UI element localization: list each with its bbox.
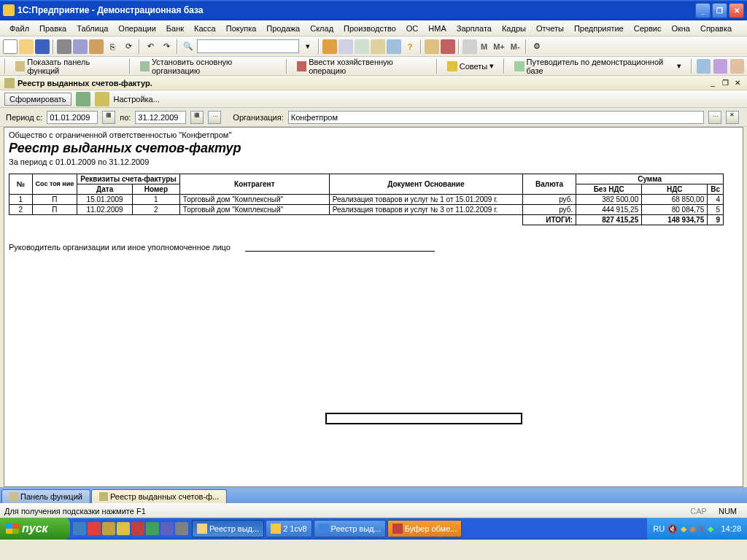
app-icon: [3, 4, 15, 16]
menu-nma[interactable]: НМА: [423, 23, 451, 34]
tool-icon-3[interactable]: [355, 39, 369, 54]
totals-row: ИТОГИ:827 415,25148 934,759: [9, 215, 724, 225]
save-icon[interactable]: [35, 39, 50, 54]
tips-button[interactable]: Советы▾: [442, 59, 499, 74]
menu-warehouse[interactable]: Склад: [305, 23, 338, 34]
period-from-input[interactable]: [47, 111, 98, 124]
settings-icon[interactable]: ⚙: [530, 39, 544, 54]
grid-icon[interactable]: [462, 39, 477, 54]
table-row[interactable]: 2П11.02.20092Торговый дом "Комплексный"Р…: [9, 205, 724, 215]
m-button[interactable]: M: [479, 39, 489, 54]
m-minus-button[interactable]: M-: [508, 39, 522, 54]
paste-icon[interactable]: [89, 39, 104, 54]
ql-icon-8[interactable]: [175, 522, 188, 535]
window-title: 1С:Предприятие - Демонстрационная база: [18, 5, 694, 15]
ql-icon-1[interactable]: [73, 522, 86, 535]
doc-tool-icon-2[interactable]: [95, 92, 109, 106]
menu-enterprise[interactable]: Предприятие: [569, 23, 629, 34]
menu-bank[interactable]: Банк: [161, 23, 189, 34]
task-item-1[interactable]: Реестр выд...: [192, 520, 264, 537]
menu-hr[interactable]: Кадры: [497, 23, 531, 34]
menu-reports[interactable]: Отчеты: [531, 23, 569, 34]
selected-cell[interactable]: [325, 413, 522, 424]
report-area[interactable]: Общество с ограниченной ответственностью…: [4, 127, 743, 487]
doc-minimize-button[interactable]: _: [708, 78, 718, 88]
menu-help[interactable]: Справка: [695, 23, 737, 34]
guide-button[interactable]: Путеводитель по демонстрационной базе▾: [509, 55, 686, 77]
ql-icon-5[interactable]: [131, 522, 144, 535]
tray-icon-3[interactable]: ◉: [689, 524, 697, 534]
enter-operation-button[interactable]: Ввести хозяйственную операцию: [292, 55, 432, 77]
period-to-calendar-icon[interactable]: ▦: [190, 111, 204, 124]
ql-icon-4[interactable]: [117, 522, 130, 535]
org-select-button[interactable]: …: [708, 111, 721, 124]
tab-document[interactable]: Реестр выданных счетов-ф...: [91, 489, 227, 503]
table-row[interactable]: 1П15.01.20091Торговый дом "Комплексный"Р…: [9, 195, 724, 205]
ql-icon-3[interactable]: [102, 522, 115, 535]
show-panel-button[interactable]: Показать панель функций: [10, 55, 125, 77]
tab-panel[interactable]: Панель функций: [1, 489, 90, 503]
refresh-icon[interactable]: ⟳: [121, 39, 136, 54]
cut-icon[interactable]: [57, 39, 71, 54]
undo-icon[interactable]: ↶: [143, 39, 158, 54]
period-to-input[interactable]: [135, 111, 186, 124]
tool-icon-1[interactable]: [322, 39, 337, 54]
maximize-button[interactable]: ❐: [712, 3, 727, 18]
task-item-2[interactable]: 2 1cv8: [266, 520, 311, 537]
doc-close-button[interactable]: ✕: [732, 78, 743, 88]
doc-restore-button[interactable]: ❐: [720, 78, 730, 88]
close-button[interactable]: ✕: [729, 3, 744, 18]
clone-icon[interactable]: ⎘: [105, 39, 120, 54]
form-button[interactable]: Сформировать: [4, 93, 71, 106]
search-input[interactable]: [197, 39, 299, 53]
copy-icon[interactable]: [73, 39, 88, 54]
org-clear-button[interactable]: ✕: [726, 111, 739, 124]
period-from-calendar-icon[interactable]: ▦: [102, 111, 115, 124]
start-button[interactable]: пуск: [0, 518, 70, 540]
search-icon[interactable]: 🔍: [181, 39, 196, 54]
nav-icon-2[interactable]: [713, 59, 727, 74]
tray-icon-2[interactable]: ◆: [681, 524, 686, 534]
clock[interactable]: 14:28: [721, 524, 741, 533]
menu-salary[interactable]: Зарплата: [452, 23, 497, 34]
ql-icon-7[interactable]: [160, 522, 174, 535]
open-icon[interactable]: [19, 39, 34, 54]
menu-os[interactable]: ОС: [401, 23, 424, 34]
tool-icon-5[interactable]: [387, 39, 401, 54]
set-org-button[interactable]: Установить основную организацию: [135, 55, 282, 77]
ql-icon-2[interactable]: [88, 522, 101, 535]
menu-service[interactable]: Сервис: [629, 23, 667, 34]
calendar-icon[interactable]: [441, 39, 455, 54]
tray-icon-1[interactable]: 🔇: [667, 524, 678, 534]
menu-sale[interactable]: Продажа: [261, 23, 305, 34]
menu-table[interactable]: Таблица: [71, 23, 113, 34]
menu-file[interactable]: Файл: [4, 23, 34, 34]
menu-cash[interactable]: Касса: [189, 23, 221, 34]
calc-icon[interactable]: [425, 39, 439, 54]
menu-purchase[interactable]: Покупка: [221, 23, 262, 34]
task-item-3[interactable]: Реестр выд...: [314, 520, 386, 537]
menu-production[interactable]: Производство: [338, 23, 401, 34]
menu-operations[interactable]: Операции: [113, 23, 160, 34]
minimize-button[interactable]: _: [695, 3, 711, 18]
tray-icon-4[interactable]: K: [700, 524, 705, 533]
nav-icon-3[interactable]: [730, 59, 744, 74]
redo-icon[interactable]: ↷: [159, 39, 174, 54]
menu-windows[interactable]: Окна: [666, 23, 695, 34]
tray-icon-5[interactable]: ◆: [708, 524, 713, 534]
task-item-4[interactable]: Буфер обме...: [387, 520, 462, 537]
org-input[interactable]: [288, 111, 704, 124]
period-select-button[interactable]: …: [208, 111, 221, 124]
nav-icon-1[interactable]: [697, 59, 711, 74]
ql-icon-6[interactable]: [146, 522, 159, 535]
new-icon[interactable]: [3, 39, 18, 54]
settings-link[interactable]: Настройка...: [114, 95, 160, 104]
tool-icon-2[interactable]: [338, 39, 353, 54]
help-icon[interactable]: ?: [403, 39, 417, 54]
tool-icon-4[interactable]: [371, 39, 385, 54]
lang-indicator[interactable]: RU: [653, 524, 665, 533]
doc-tool-icon-1[interactable]: [76, 92, 90, 106]
search-dropdown-icon[interactable]: ▾: [301, 39, 315, 54]
m-plus-button[interactable]: M+: [491, 39, 507, 54]
menu-edit[interactable]: Правка: [34, 23, 71, 34]
